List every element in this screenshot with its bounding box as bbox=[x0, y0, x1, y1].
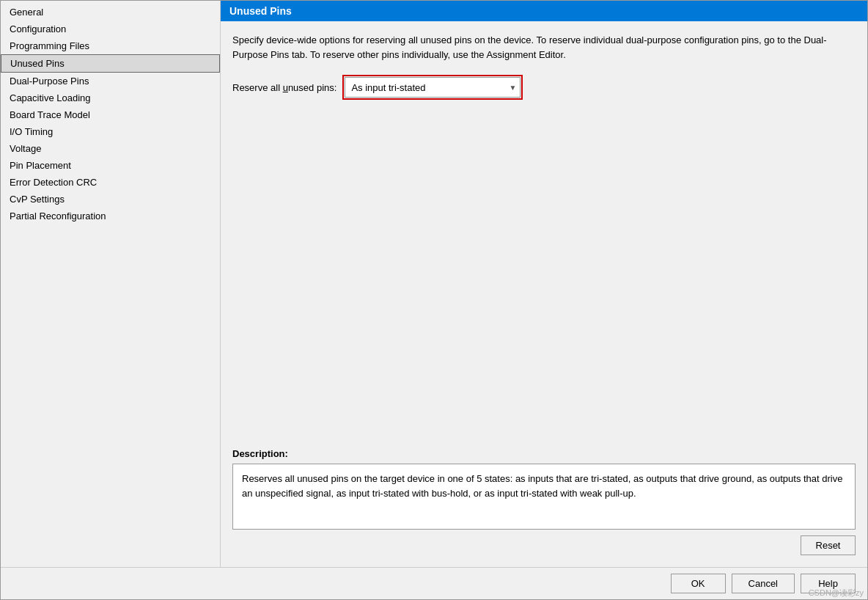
reset-row: Reset bbox=[232, 535, 856, 555]
sidebar-item-programming-files[interactable]: Programming Files bbox=[1, 37, 220, 54]
intro-text: Specify device-wide options for reservin… bbox=[232, 33, 856, 62]
reserve-select-outer: As input tri-statedAs output driving gro… bbox=[345, 77, 521, 98]
sidebar-item-board-trace-model[interactable]: Board Trace Model bbox=[1, 106, 220, 123]
sidebar-item-partial-reconfiguration[interactable]: Partial Reconfiguration bbox=[1, 208, 220, 224]
sidebar-item-io-timing[interactable]: I/O Timing bbox=[1, 123, 220, 140]
sidebar-item-cvp-settings[interactable]: CvP Settings bbox=[1, 191, 220, 208]
reset-button[interactable]: Reset bbox=[801, 535, 856, 555]
sidebar-item-capacitive-loading[interactable]: Capacitive Loading bbox=[1, 89, 220, 106]
reserve-row: Reserve all unused pins: As input tri-st… bbox=[232, 75, 856, 100]
panel-title: Unused Pins bbox=[221, 1, 867, 21]
sidebar-item-unused-pins[interactable]: Unused Pins bbox=[1, 54, 220, 73]
main-panel: Unused Pins Specify device-wide options … bbox=[221, 1, 867, 567]
description-label: Description: bbox=[232, 448, 856, 459]
ok-button[interactable]: OK bbox=[671, 574, 726, 593]
description-box: Reserves all unused pins on the target d… bbox=[232, 464, 856, 530]
dialog-content: GeneralConfigurationProgramming FilesUnu… bbox=[1, 1, 867, 567]
reserve-select-container: As input tri-statedAs output driving gro… bbox=[342, 75, 523, 100]
cancel-button[interactable]: Cancel bbox=[732, 574, 795, 593]
reserve-select[interactable]: As input tri-statedAs output driving gro… bbox=[345, 77, 521, 98]
spacer bbox=[232, 111, 856, 448]
sidebar-item-error-detection-crc[interactable]: Error Detection CRC bbox=[1, 174, 220, 191]
description-section: Description: Reserves all unused pins on… bbox=[232, 448, 856, 555]
dialog: GeneralConfigurationProgramming FilesUnu… bbox=[0, 0, 868, 600]
watermark: CSDN@读彩zy bbox=[809, 588, 864, 599]
sidebar-item-voltage[interactable]: Voltage bbox=[1, 140, 220, 157]
sidebar-item-general[interactable]: General bbox=[1, 4, 220, 21]
panel-body: Specify device-wide options for reservin… bbox=[221, 21, 867, 567]
dialog-footer: OK Cancel Help bbox=[1, 567, 867, 599]
sidebar-item-configuration[interactable]: Configuration bbox=[1, 21, 220, 37]
sidebar-item-dual-purpose-pins[interactable]: Dual-Purpose Pins bbox=[1, 73, 220, 89]
sidebar: GeneralConfigurationProgramming FilesUnu… bbox=[1, 1, 221, 567]
sidebar-item-pin-placement[interactable]: Pin Placement bbox=[1, 157, 220, 174]
reserve-label: Reserve all unused pins: bbox=[232, 82, 336, 93]
